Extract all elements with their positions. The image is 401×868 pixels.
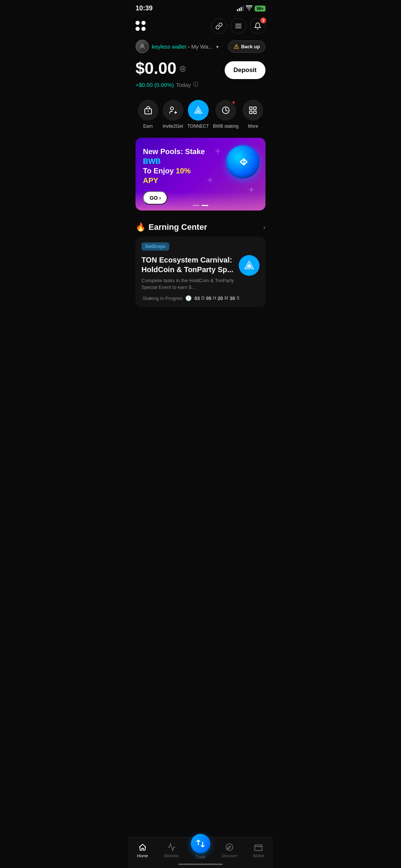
action-bwb[interactable]: BWB staking [213,100,239,129]
warning-icon: ⚠ [234,43,239,50]
battery-icon: 98+ [255,6,265,12]
svg-rect-12 [250,111,252,114]
more-label: More [248,124,258,129]
logo-grid-icon [136,21,146,31]
earning-center-arrow[interactable]: › [263,223,265,231]
backup-button[interactable]: ⚠ Back up [228,40,265,53]
invite-button[interactable] [163,100,183,121]
earning-center-header: 🔥 Earning Center › [128,216,273,236]
earn-label: Earn [143,124,153,129]
svg-rect-10 [250,107,252,110]
clock-icon: 🕐 [185,295,192,301]
notification-button[interactable]: 3 [250,18,265,34]
earning-card[interactable]: GetDrops TON Ecosystem Carnival: HoldCoi… [136,236,265,307]
promotion-banner[interactable]: + + + New Pools: Stake BWB To Enjoy 10% … [136,138,265,211]
earning-center-title: 🔥 Earning Center [136,222,207,232]
wallet-section: keyless wallet - My Wa... ▾ ⚠ Back up $0… [128,38,273,94]
balance-amount: $0.00 ◎ [136,59,186,78]
wallet-avatar [136,40,149,53]
status-bar: 10:39 98+ [128,0,273,15]
action-more[interactable]: More [242,100,263,129]
deposit-button[interactable]: Deposit [225,61,265,79]
link-button[interactable] [211,18,227,34]
deco-plus-1: + [215,145,221,157]
chevron-down-icon: ▾ [216,44,219,50]
deco-plus-3: + [207,174,213,186]
card-logo-icon [239,255,260,276]
tonnect-button[interactable] [188,100,209,121]
status-icons: 98+ [237,5,265,12]
svg-point-6 [170,107,173,110]
header-actions: 3 [211,18,265,34]
earn-button[interactable] [138,100,159,121]
action-tonnect[interactable]: TONNECT [188,100,209,129]
bwb-button[interactable] [215,100,236,121]
card-footer: ·Staking in Progres 🕐 03 D 05 H 20 M 30 … [141,295,260,301]
banner-dot-1 [193,205,199,206]
banner-dot-2 [202,205,208,206]
card-content: TON Ecosystem Carnival: HoldCoin & TonPa… [141,255,260,291]
card-description: Complete tasks in the HoldCoin & TonPart… [141,277,234,291]
card-tag: GetDrops [141,242,169,251]
svg-rect-13 [254,111,256,114]
notification-badge: 3 [260,17,266,23]
wifi-icon [246,5,252,12]
tonnect-label: TONNECT [188,124,209,129]
header: 3 [128,15,273,38]
banner-dots [193,205,208,206]
action-invite[interactable]: Invite2Get [163,100,183,129]
bwb-dot [232,101,235,104]
info-icon: ⓘ [193,81,198,88]
banner-text: New Pools: Stake BWB To Enjoy 10% APY GO… [143,147,206,205]
card-text: TON Ecosystem Carnival: HoldCoin & TonPa… [141,255,234,291]
quick-actions: Earn Invite2Get TONNECT BWB staking [128,94,273,132]
bwb-label: BWB staking [213,124,239,129]
action-earn[interactable]: Earn [138,100,159,129]
banner-coin-icon [226,145,260,179]
svg-rect-11 [254,107,256,110]
staking-status: ·Staking in Progres [141,296,182,301]
menu-button[interactable] [231,18,246,34]
invite-label: Invite2Get [163,124,183,129]
svg-point-3 [141,44,143,46]
balance-change: +$0.00 (0.00%) Today ⓘ [136,81,265,88]
timer: 03 D 05 H 20 M 30 S [195,296,239,301]
wallet-label[interactable]: keyless wallet - My Wa... ▾ [136,40,219,53]
app-logo [136,21,146,31]
fire-emoji: 🔥 [136,222,146,232]
signal-icon [237,6,244,11]
wallet-name: keyless wallet - My Wa... ▾ [152,43,219,50]
banner-go-button[interactable]: GO › [143,191,167,205]
more-button[interactable] [242,100,263,121]
balance-row: $0.00 ◎ Deposit [136,59,265,79]
card-title: TON Ecosystem Carnival: HoldCoin & TonPa… [141,255,234,274]
svg-point-5 [148,111,149,111]
banner-title: New Pools: Stake BWB To Enjoy 10% APY [143,147,206,185]
deco-plus-2: + [248,184,254,196]
wallet-info-row: keyless wallet - My Wa... ▾ ⚠ Back up [136,40,265,53]
status-time: 10:39 [136,4,153,12]
eye-icon[interactable]: ◎ [179,64,186,73]
